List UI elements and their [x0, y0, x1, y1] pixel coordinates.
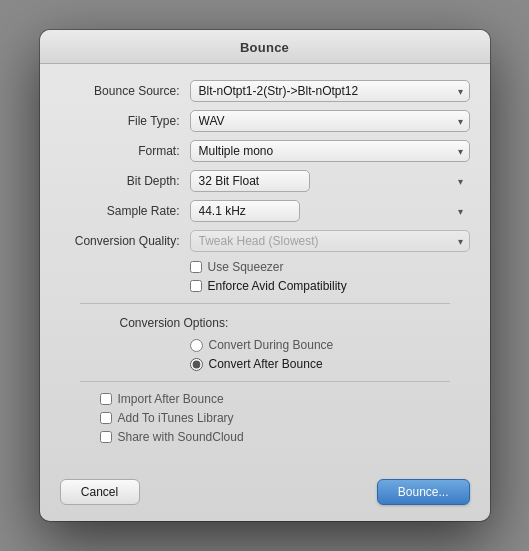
convert-during-label: Convert During Bounce: [209, 338, 334, 352]
format-label: Format:: [60, 144, 190, 158]
sample-rate-label: Sample Rate:: [60, 204, 190, 218]
add-itunes-checkbox[interactable]: [100, 412, 112, 424]
format-row: Format: Multiple mono: [60, 140, 470, 162]
bounce-source-label: Bounce Source:: [60, 84, 190, 98]
dialog-content: Bounce Source: Blt-nOtpt1-2(Str)->Blt-nO…: [40, 64, 490, 461]
file-type-select[interactable]: WAV: [190, 110, 470, 132]
conversion-options-section: Conversion Options: Convert During Bounc…: [60, 316, 470, 371]
title-bar: Bounce: [40, 30, 490, 64]
enforce-avid-row: Enforce Avid Compatibility: [190, 279, 470, 293]
share-soundcloud-checkbox[interactable]: [100, 431, 112, 443]
share-soundcloud-row: Share with SoundCloud: [100, 430, 470, 444]
convert-during-row: Convert During Bounce: [190, 338, 470, 352]
add-itunes-row: Add To iTunes Library: [100, 411, 470, 425]
convert-after-label: Convert After Bounce: [209, 357, 323, 371]
file-type-wrapper: WAV: [190, 110, 470, 132]
conversion-quality-row: Conversion Quality: Tweak Head (Slowest): [60, 230, 470, 252]
conversion-quality-wrapper: Tweak Head (Slowest): [190, 230, 470, 252]
bounce-source-select[interactable]: Blt-nOtpt1-2(Str)->Blt-nOtpt12: [190, 80, 470, 102]
button-row: Cancel Bounce...: [40, 469, 490, 505]
use-squeezer-label: Use Squeezer: [208, 260, 284, 274]
bounce-source-row: Bounce Source: Blt-nOtpt1-2(Str)->Blt-nO…: [60, 80, 470, 102]
conversion-options-label: Conversion Options:: [120, 316, 470, 330]
convert-after-radio[interactable]: [190, 358, 203, 371]
cancel-button[interactable]: Cancel: [60, 479, 140, 505]
share-soundcloud-label: Share with SoundCloud: [118, 430, 244, 444]
use-squeezer-row: Use Squeezer: [190, 260, 470, 274]
use-squeezer-checkbox[interactable]: [190, 261, 202, 273]
file-type-label: File Type:: [60, 114, 190, 128]
sample-rate-select[interactable]: 44.1 kHz: [190, 200, 300, 222]
import-after-checkbox[interactable]: [100, 393, 112, 405]
enforce-avid-label: Enforce Avid Compatibility: [208, 279, 347, 293]
bit-depth-select[interactable]: 32 Bit Float: [190, 170, 310, 192]
format-select[interactable]: Multiple mono: [190, 140, 470, 162]
file-type-row: File Type: WAV: [60, 110, 470, 132]
sample-rate-wrapper: 44.1 kHz: [190, 200, 470, 222]
bounce-source-wrapper: Blt-nOtpt1-2(Str)->Blt-nOtpt12: [190, 80, 470, 102]
add-itunes-label: Add To iTunes Library: [118, 411, 234, 425]
bounce-button[interactable]: Bounce...: [377, 479, 470, 505]
separator: [80, 303, 450, 304]
bounce-dialog: Bounce Bounce Source: Blt-nOtpt1-2(Str)-…: [40, 30, 490, 521]
bit-depth-wrapper: 32 Bit Float: [190, 170, 470, 192]
convert-during-radio[interactable]: [190, 339, 203, 352]
import-after-label: Import After Bounce: [118, 392, 224, 406]
convert-after-row: Convert After Bounce: [190, 357, 470, 371]
conversion-quality-label: Conversion Quality:: [60, 234, 190, 248]
format-wrapper: Multiple mono: [190, 140, 470, 162]
dialog-title: Bounce: [56, 40, 474, 55]
import-after-row: Import After Bounce: [100, 392, 470, 406]
conversion-quality-select[interactable]: Tweak Head (Slowest): [190, 230, 470, 252]
enforce-avid-checkbox[interactable]: [190, 280, 202, 292]
bit-depth-row: Bit Depth: 32 Bit Float: [60, 170, 470, 192]
bit-depth-label: Bit Depth:: [60, 174, 190, 188]
sample-rate-row: Sample Rate: 44.1 kHz: [60, 200, 470, 222]
separator-2: [80, 381, 450, 382]
